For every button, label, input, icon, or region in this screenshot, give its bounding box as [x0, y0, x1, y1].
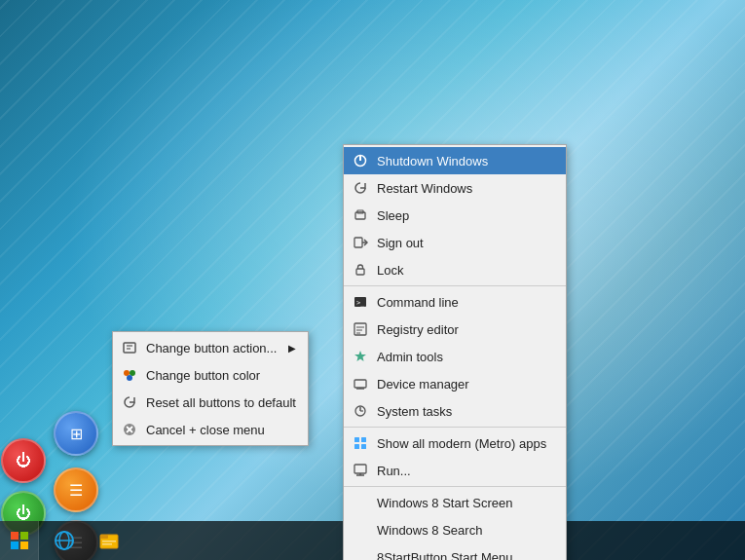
cancel-icon	[121, 421, 138, 438]
menu-item-sleep[interactable]: Sleep	[344, 202, 566, 229]
submenu-item-reset[interactable]: Reset all buttons to default	[113, 389, 308, 416]
menu-item-restart[interactable]: Restart Windows	[344, 174, 566, 202]
reset-icon	[121, 393, 138, 411]
main-menu: Shutdown Windows Restart Windows Sleep S…	[343, 144, 567, 560]
menu-item-modern-apps[interactable]: Show all modern (Metro) apps	[344, 429, 566, 457]
svg-rect-36	[11, 532, 19, 540]
cmdline-icon: >_	[352, 293, 369, 311]
menu-item-win8start[interactable]: Windows 8 Start Screen	[344, 489, 566, 516]
divider-3	[344, 486, 566, 487]
menu-item-run[interactable]: Run...	[344, 457, 566, 484]
svg-point-4	[130, 370, 135, 376]
svg-rect-15	[356, 269, 364, 275]
svg-rect-45	[102, 541, 116, 542]
menu-item-devmgr[interactable]: Device manager	[344, 370, 566, 397]
win8search-icon	[352, 521, 369, 539]
signout-icon	[352, 234, 369, 251]
menu-item-win8search[interactable]: Windows 8 Search	[344, 516, 566, 543]
svg-rect-38	[11, 541, 19, 549]
sleep-icon	[352, 206, 369, 224]
svg-rect-13	[354, 238, 362, 247]
svg-rect-28	[354, 444, 359, 449]
menu-item-cmdline[interactable]: >_ Command line	[344, 288, 566, 316]
taskbar-items	[39, 521, 134, 560]
lock-icon	[352, 261, 369, 279]
submenu-item-change-color[interactable]: Change button color	[113, 361, 308, 389]
submenu-item-cancel[interactable]: Cancel + close menu	[113, 416, 308, 443]
svg-point-3	[124, 370, 130, 376]
menu-item-admintools[interactable]: Admin tools	[344, 343, 566, 370]
svg-rect-29	[361, 444, 366, 449]
svg-rect-0	[124, 343, 135, 353]
menu-item-shutdown[interactable]: Shutdown Windows	[344, 147, 566, 174]
taskbar-explorer[interactable]	[88, 522, 130, 559]
svg-rect-39	[20, 541, 28, 549]
menu-item-startbtn[interactable]: 8StartButton Start Menu	[344, 543, 566, 560]
menu-item-signout[interactable]: Sign out	[344, 229, 566, 256]
menu-item-systasks[interactable]: System tasks	[344, 397, 566, 425]
menu-item-regeditor[interactable]: Registry editor	[344, 316, 566, 343]
svg-rect-46	[102, 543, 112, 545]
svg-rect-37	[20, 532, 28, 540]
run-icon	[352, 462, 369, 479]
menu-item-lock[interactable]: Lock	[344, 256, 566, 283]
startbtn-icon	[352, 548, 369, 560]
win8start-icon	[352, 494, 369, 511]
registry-icon	[352, 320, 369, 338]
svg-rect-27	[361, 437, 366, 442]
devmgr-icon	[352, 375, 369, 392]
change-action-icon	[121, 339, 138, 356]
circle-btn-list[interactable]: ☰	[54, 467, 98, 512]
desktop: ☰ ⊞ ⏻ ☰ ⏻ Change button action... ▶	[0, 0, 745, 560]
svg-rect-26	[354, 437, 359, 442]
admintools-icon	[352, 348, 369, 365]
shutdown-icon	[352, 152, 369, 169]
svg-point-5	[127, 375, 132, 381]
modern-apps-icon	[352, 434, 369, 452]
circle-btn-shutdown[interactable]: ⏻	[1, 438, 46, 483]
start-button[interactable]	[0, 521, 39, 560]
taskbar-ie[interactable]	[43, 522, 86, 559]
svg-rect-44	[100, 535, 108, 539]
svg-rect-22	[354, 380, 366, 388]
change-color-icon	[121, 366, 138, 384]
submenu-left: Change button action... ▶ Change button …	[112, 331, 309, 446]
svg-rect-30	[354, 465, 366, 473]
divider-2	[344, 427, 566, 428]
submenu-item-change-action[interactable]: Change button action... ▶	[113, 334, 308, 361]
arrow-icon: ▶	[288, 343, 296, 354]
svg-text:>_: >_	[356, 299, 365, 307]
restart-icon	[352, 179, 369, 197]
systasks-icon	[352, 402, 369, 420]
circle-btn-grid[interactable]: ⊞	[54, 411, 98, 456]
divider-1	[344, 285, 566, 286]
